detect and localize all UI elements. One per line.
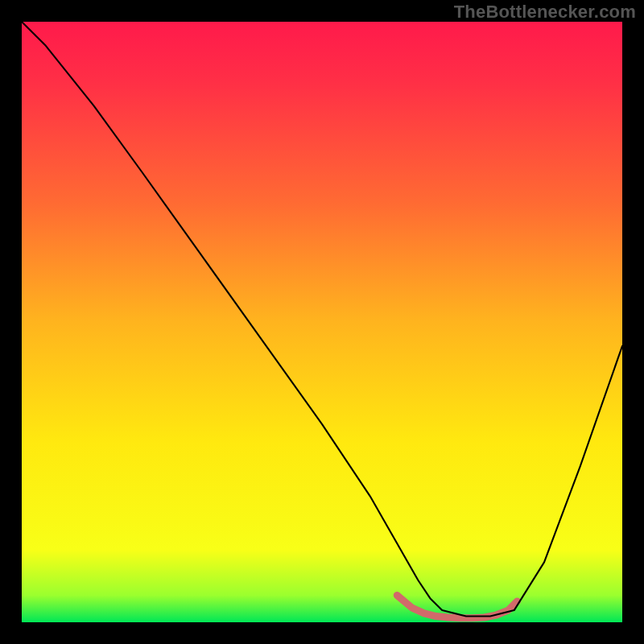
gradient-background (22, 22, 622, 622)
chart-svg (22, 22, 622, 622)
chart-frame: TheBottlenecker.com (0, 0, 644, 644)
chart-plot-area (22, 22, 622, 622)
attribution-text: TheBottlenecker.com (454, 2, 636, 23)
